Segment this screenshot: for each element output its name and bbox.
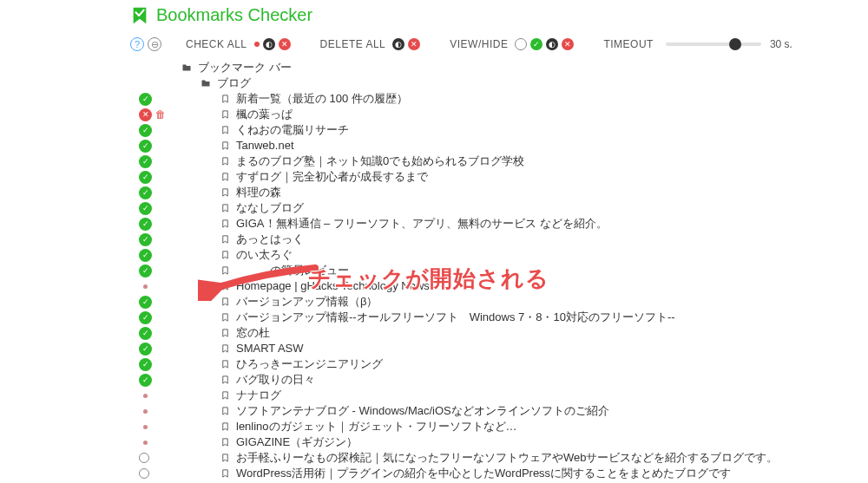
folder-label: ブログ <box>217 75 251 91</box>
bookmark-label: すずログ｜完全初心者が成長するまで <box>236 169 428 185</box>
folder-icon <box>181 62 193 73</box>
bookmark-label: 楓の葉っぱ <box>236 107 293 122</box>
folder-label: ブックマーク バー <box>198 60 292 75</box>
bookmark-row[interactable]: ✓新着一覧（最近の 100 件の履歴） <box>130 91 868 107</box>
timeout-group: TIMEOUT 30 s. <box>603 38 792 50</box>
bookmark-icon <box>219 125 231 135</box>
annotation-text: チェックが開始される <box>308 264 549 294</box>
status-ok-icon: ✓ <box>139 202 152 215</box>
bookmark-row[interactable]: ✓ひろっきーエンジニアリング <box>130 356 868 372</box>
status-ok-icon: ✓ <box>139 124 152 137</box>
delete-all-group: DELETE ALL ◐ ✕ <box>320 38 421 50</box>
bookmark-label: GIGAZINE（ギガジン） <box>236 434 358 450</box>
help-icon[interactable]: ? <box>130 37 144 51</box>
status-ok-icon: ✓ <box>139 93 152 106</box>
bookmark-label: お手軽ふりーなもの探検記｜気になったフリーなソフトウェアやWebサービスなどを紹… <box>236 450 779 466</box>
folder-icon <box>200 78 212 88</box>
status-pending-icon <box>143 425 148 429</box>
status-ok-icon: ✓ <box>139 171 152 184</box>
bookmark-label: GIGA！無料通信 – フリーソフト、アプリ、無料のサービス などを紹介。 <box>236 216 608 232</box>
ring-icon[interactable] <box>515 38 527 50</box>
app-title: Bookmarks Checker <box>156 5 312 25</box>
status-pending-icon <box>143 394 148 398</box>
folder-row[interactable]: ブログ <box>130 75 868 91</box>
bookmark-label: くねおの電脳リサーチ <box>236 122 349 138</box>
bookmark-label: バージョンアップ情報--オールフリーソフト Windows 7・8・10対応のフ… <box>236 310 675 325</box>
bookmark-icon <box>219 406 231 416</box>
bookmark-row[interactable]: ✓のい太ろぐ <box>130 247 868 263</box>
bookmark-icon <box>219 437 231 447</box>
bookmark-label: SMART ASW <box>236 341 304 356</box>
status-ok-icon: ✓ <box>139 140 152 153</box>
bookmark-row[interactable]: ソフトアンテナブログ - Windows/Mac/iOSなどオンラインソフトのご… <box>130 403 868 419</box>
bookmark-row[interactable]: お手軽ふりーなもの探検記｜気になったフリーなソフトウェアやWebサービスなどを紹… <box>130 450 868 466</box>
error-icon[interactable]: ✕ <box>279 38 291 50</box>
status-ok-icon: ✓ <box>139 155 152 168</box>
check-all-button[interactable]: CHECK ALL <box>186 38 247 50</box>
clock-icon[interactable]: ◐ <box>546 38 558 50</box>
bookmark-icon <box>219 234 231 245</box>
status-error-icon: ✕ <box>139 108 152 121</box>
status-ok-icon: ✓ <box>139 327 152 340</box>
bookmark-icon <box>219 219 231 229</box>
toolbar: ? ⊖ CHECK ALL ◐ ✕ DELETE ALL ◐ ✕ VIEW/HI… <box>0 34 868 58</box>
clock-icon[interactable]: ◐ <box>263 38 275 50</box>
view-hide-button[interactable]: VIEW/HIDE <box>450 38 508 50</box>
timeout-value: 30 s. <box>770 38 792 50</box>
bookmark-label: ひろっきーエンジニアリング <box>236 356 383 372</box>
bookmark-label: バグ取りの日々 <box>236 372 315 388</box>
bookmark-row[interactable]: ✓まるのブログ塾｜ネット知識0でも始められるブログ学校 <box>130 153 868 169</box>
bookmark-icon <box>219 250 231 260</box>
trash-icon[interactable]: 🗑 <box>155 107 166 122</box>
error-icon[interactable]: ✕ <box>562 38 574 50</box>
bookmark-row[interactable]: WordPress活用術｜プラグインの紹介を中心としたWordPressに関する… <box>130 466 868 481</box>
status-dot-icon[interactable] <box>254 42 260 47</box>
bookmark-row[interactable]: ✕🗑楓の葉っぱ <box>130 107 868 122</box>
bookmark-label: 新着一覧（最近の 100 件の履歴） <box>236 91 408 107</box>
bookmark-label: 料理の森 <box>236 185 281 200</box>
bookmark-icon <box>219 312 231 323</box>
folder-row[interactable]: ブックマーク バー <box>130 60 868 75</box>
clock-icon[interactable]: ◐ <box>392 38 404 50</box>
bookmark-label: ナナログ <box>236 388 281 403</box>
bookmark-row[interactable]: lenlinoのガジェット｜ガジェット・フリーソフトなど… <box>130 419 868 434</box>
bookmark-icon <box>219 390 231 401</box>
slider-knob-icon[interactable] <box>729 38 741 50</box>
bookmark-row[interactable]: ✓すずログ｜完全初心者が成長するまで <box>130 169 868 185</box>
status-unchecked-icon <box>139 453 149 463</box>
bookmark-row[interactable]: ナナログ <box>130 388 868 403</box>
status-pending-icon <box>143 441 148 445</box>
status-unchecked-icon <box>139 468 149 479</box>
bookmark-row[interactable]: GIGAZINE（ギガジン） <box>130 434 868 450</box>
delete-all-button[interactable]: DELETE ALL <box>320 38 386 50</box>
status-ok-icon: ✓ <box>139 264 152 277</box>
status-ok-icon: ✓ <box>139 249 152 262</box>
bookmark-row[interactable]: ✓Tanweb.net <box>130 138 868 153</box>
expand-collapse-icon[interactable]: ⊖ <box>148 37 161 51</box>
app-header: Bookmarks Checker <box>0 0 868 34</box>
bookmark-label: まるのブログ塾｜ネット知識0でも始められるブログ学校 <box>236 153 524 169</box>
bookmark-row[interactable]: ✓あっとはっく <box>130 232 868 247</box>
bookmark-label: WordPress活用術｜プラグインの紹介を中心としたWordPressに関する… <box>236 466 731 481</box>
timeout-slider[interactable] <box>666 42 761 46</box>
status-pending-icon <box>143 409 148 414</box>
bookmark-label: lenlinoのガジェット｜ガジェット・フリーソフトなど… <box>236 419 517 434</box>
bookmark-row[interactable]: ✓SMART ASW <box>130 341 868 356</box>
view-hide-group: VIEW/HIDE ✓ ◐ ✕ <box>450 38 574 50</box>
status-ok-icon: ✓ <box>139 296 152 309</box>
bookmark-row[interactable]: ✓料理の森 <box>130 185 868 200</box>
status-ok-icon: ✓ <box>139 343 152 356</box>
bookmark-row[interactable]: ✓窓の杜 <box>130 325 868 341</box>
bookmark-row[interactable]: ✓くねおの電脳リサーチ <box>130 122 868 138</box>
bookmark-icon <box>219 109 231 120</box>
bookmark-row[interactable]: ✓バージョンアップ情報--オールフリーソフト Windows 7・8・10対応の… <box>130 310 868 325</box>
bookmark-icon <box>219 187 231 198</box>
status-ok-icon: ✓ <box>139 311 152 324</box>
bookmark-row[interactable]: ✓ななしブログ <box>130 200 868 216</box>
status-ok-icon: ✓ <box>139 358 152 371</box>
app-logo-icon <box>130 6 149 25</box>
ok-icon[interactable]: ✓ <box>530 38 542 50</box>
error-icon[interactable]: ✕ <box>408 38 420 50</box>
bookmark-row[interactable]: ✓GIGA！無料通信 – フリーソフト、アプリ、無料のサービス などを紹介。 <box>130 216 868 232</box>
bookmark-row[interactable]: ✓バグ取りの日々 <box>130 372 868 388</box>
